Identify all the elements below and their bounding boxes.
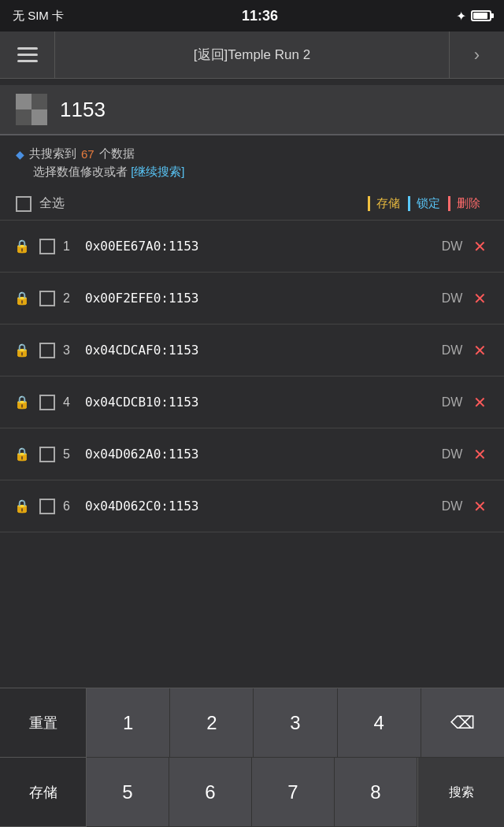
- key-2[interactable]: 2: [170, 688, 254, 758]
- delete-col-header[interactable]: 删除: [448, 196, 488, 211]
- row-checkbox-1[interactable]: [39, 239, 55, 254]
- search-value-display: 1153: [60, 98, 106, 122]
- delete-row-button[interactable]: ✕: [468, 341, 491, 360]
- key-6[interactable]: 6: [169, 758, 252, 827]
- row-checkbox-6[interactable]: [39, 499, 55, 514]
- row-type: DW: [436, 447, 468, 462]
- table-row: 🔒 2 0x00F2EFE0:1153 DW ✕: [0, 273, 504, 324]
- save-col-header[interactable]: 存储: [368, 196, 408, 211]
- lock-icon: 🔒: [13, 291, 32, 306]
- lock-icon: 🔒: [13, 395, 32, 410]
- delete-row-button[interactable]: ✕: [468, 289, 491, 308]
- row-checkbox-5[interactable]: [39, 447, 55, 462]
- row-address: 0x04D062A0:1153: [85, 447, 436, 462]
- table-row: 🔒 4 0x04CDCB10:1153 DW ✕: [0, 376, 504, 428]
- battery-icon: [471, 10, 491, 21]
- key-3[interactable]: 3: [254, 688, 337, 758]
- lock-col-header[interactable]: 锁定: [408, 196, 448, 211]
- forward-button[interactable]: ›: [449, 32, 504, 78]
- search-button[interactable]: 搜索: [417, 758, 504, 827]
- chevron-right-icon: ›: [474, 45, 480, 65]
- status-icons: ✦: [456, 9, 491, 24]
- row-number: 5: [63, 447, 85, 462]
- delete-row-button[interactable]: ✕: [468, 497, 491, 516]
- info-line1: ◆ 共搜索到 67 个数据: [16, 146, 488, 161]
- key-4[interactable]: 4: [338, 688, 421, 758]
- key-1[interactable]: 1: [87, 688, 170, 758]
- table-row: 🔒 1 0x00EE67A0:1153 DW ✕: [0, 221, 504, 273]
- row-address: 0x04CDCAF0:1153: [85, 343, 436, 358]
- status-bar: 无 SIM 卡 11:36 ✦: [0, 0, 504, 32]
- hamburger-icon: [17, 47, 38, 62]
- row-address: 0x04D062C0:1153: [85, 499, 436, 514]
- keyboard-row-1: 重置 1 2 3 4 ⌫: [0, 688, 504, 758]
- table-row: 🔒 3 0x04CDCAF0:1153 DW ✕: [0, 324, 504, 376]
- status-time: 11:36: [242, 8, 278, 24]
- nav-title: [返回]Temple Run 2: [55, 46, 449, 64]
- row-number: 4: [63, 395, 85, 410]
- info-suffix: 个数据: [99, 146, 135, 161]
- table-row: 🔒 5 0x04D062A0:1153 DW ✕: [0, 428, 504, 480]
- keyboard-row-2: 存储 5 6 7 8 搜索: [0, 758, 504, 827]
- row-address: 0x04CDCB10:1153: [85, 395, 436, 410]
- backspace-button[interactable]: ⌫: [421, 688, 504, 758]
- lock-icon: 🔒: [13, 343, 32, 358]
- row-number: 2: [63, 291, 85, 306]
- delete-row-button[interactable]: ✕: [468, 237, 491, 256]
- menu-button[interactable]: [0, 32, 55, 78]
- diamond-icon: ◆: [16, 148, 24, 161]
- checker-icon: [16, 94, 47, 125]
- row-number: 3: [63, 343, 85, 358]
- info-prefix: 共搜索到: [29, 146, 76, 161]
- row-type: DW: [436, 499, 468, 514]
- column-headers: 全选 存储 锁定 删除: [0, 187, 504, 221]
- row-checkbox-2[interactable]: [39, 291, 55, 306]
- delete-row-button[interactable]: ✕: [468, 445, 491, 464]
- key-8[interactable]: 8: [335, 758, 417, 827]
- info-bar: ◆ 共搜索到 67 个数据 选择数值修改或者 [继续搜索]: [0, 135, 504, 187]
- row-type: DW: [436, 343, 468, 358]
- row-type: DW: [436, 239, 468, 254]
- keyboard: 重置 1 2 3 4 ⌫ 存储 5 6 7 8 搜索: [0, 688, 504, 827]
- search-count: 67: [81, 147, 94, 161]
- select-all-label: 全选: [39, 195, 368, 212]
- row-number: 6: [63, 499, 85, 514]
- key-7[interactable]: 7: [252, 758, 335, 827]
- row-address: 0x00EE67A0:1153: [85, 239, 436, 254]
- row-checkbox-3[interactable]: [39, 343, 55, 358]
- key-5[interactable]: 5: [87, 758, 169, 827]
- continue-search-link[interactable]: [继续搜索]: [131, 165, 184, 178]
- delete-row-button[interactable]: ✕: [468, 393, 491, 412]
- row-type: DW: [436, 291, 468, 306]
- save-button[interactable]: 存储: [0, 758, 87, 827]
- row-type: DW: [436, 395, 468, 410]
- lock-icon: 🔒: [13, 447, 32, 462]
- row-number: 1: [63, 239, 85, 254]
- data-rows: 🔒 1 0x00EE67A0:1153 DW ✕ 🔒 2 0x00F2EFE0:…: [0, 221, 504, 532]
- reset-button[interactable]: 重置: [0, 688, 87, 758]
- table-row: 🔒 6 0x04D062C0:1153 DW ✕: [0, 480, 504, 532]
- row-checkbox-4[interactable]: [39, 395, 55, 410]
- search-value-bar: 1153: [0, 85, 504, 135]
- info-line2: 选择数值修改或者 [继续搜索]: [16, 165, 488, 180]
- bluetooth-icon: ✦: [456, 9, 466, 24]
- select-all-checkbox[interactable]: [16, 196, 32, 212]
- lock-icon: 🔒: [13, 499, 32, 514]
- status-sim: 无 SIM 卡: [13, 9, 64, 24]
- info-line2-prefix: 选择数值修改或者: [33, 165, 128, 178]
- nav-bar: [返回]Temple Run 2 ›: [0, 32, 504, 79]
- row-address: 0x00F2EFE0:1153: [85, 291, 436, 306]
- lock-icon: 🔒: [13, 239, 32, 254]
